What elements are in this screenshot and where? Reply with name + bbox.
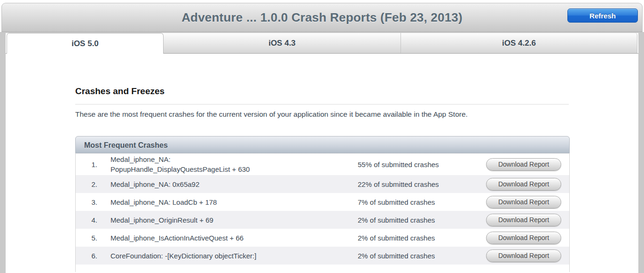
crash-name: Medal_iphone_NA: 0x65a92	[110, 179, 331, 189]
content-panel: iOS 5.0 iOS 4.3 iOS 4.2.6 Crashes and Fr…	[6, 33, 638, 273]
row-number: 3.	[76, 198, 97, 206]
crash-name: Medal_iphone_NA: PopupHandle_DisplayQues…	[110, 154, 331, 174]
crash-share: 22% of submitted crashes	[358, 180, 471, 188]
most-frequent-crashes-table: Most Frequent Crashes 1. Medal_iphone_NA…	[75, 136, 570, 272]
download-report-button[interactable]: Download Report	[486, 249, 561, 262]
download-report-button[interactable]: Download Report	[486, 158, 561, 171]
download-report-button[interactable]: Download Report	[486, 232, 561, 244]
tab-ios-4-2-6[interactable]: iOS 4.2.6	[401, 33, 637, 53]
main-content: Crashes and Freezes These are the most f…	[6, 86, 638, 272]
table-title: Most Frequent Crashes	[75, 136, 570, 153]
tab-ios-5-0[interactable]: iOS 5.0	[7, 33, 164, 54]
crash-name: Medal_iphone_NA: LoadCb + 178	[110, 197, 331, 207]
download-report-button[interactable]: Download Report	[486, 178, 561, 191]
table-row: 2. Medal_iphone_NA: 0x65a92 22% of submi…	[76, 175, 569, 193]
tab-label: iOS 4.3	[268, 39, 296, 48]
section-heading: Crashes and Freezes	[75, 86, 638, 97]
tab-label: iOS 5.0	[71, 39, 99, 48]
header-bar: Adventure ... 1.0.0 Crash Reports (Feb 2…	[1, 3, 643, 32]
refresh-button[interactable]: Refresh	[567, 8, 638, 23]
row-number: 5.	[76, 234, 97, 242]
download-report-button[interactable]: Download Report	[486, 196, 561, 209]
row-number: 2.	[76, 180, 97, 188]
table-row: 3. Medal_iphone_NA: LoadCb + 178 7% of s…	[76, 193, 569, 211]
row-action: Download Report	[486, 178, 561, 191]
table-rows: 1. Medal_iphone_NA: PopupHandle_DisplayQ…	[75, 153, 570, 272]
crash-name: CoreFoundation: -[KeyDictionary objectTi…	[110, 251, 331, 261]
download-report-button[interactable]: Download Report	[486, 214, 561, 226]
table-row: 5. Medal_iphone_IsActionInActiveQuest + …	[76, 229, 569, 247]
section-description: These are the most frequent crashes for …	[75, 110, 573, 119]
crash-share: 7% of submitted crashes	[358, 198, 471, 206]
section-divider	[75, 104, 569, 104]
os-version-tabbar: iOS 5.0 iOS 4.3 iOS 4.2.6	[6, 33, 638, 54]
row-action: Download Report	[486, 249, 561, 262]
row-action: Download Report	[486, 158, 561, 171]
crash-share: 55% of submitted crashes	[358, 161, 471, 169]
crash-reports-page: Adventure ... 1.0.0 Crash Reports (Feb 2…	[0, 0, 644, 273]
crash-share: 2% of submitted crashes	[358, 252, 471, 260]
tab-label: iOS 4.2.6	[502, 39, 536, 48]
crash-name: Medal_iphone_OriginResult + 69	[110, 215, 331, 225]
table-row: 6. CoreFoundation: -[KeyDictionary objec…	[76, 247, 569, 265]
table-row: 1. Medal_iphone_NA: PopupHandle_DisplayQ…	[76, 153, 569, 175]
crash-share: 2% of submitted crashes	[358, 216, 471, 224]
page-title: Adventure ... 1.0.0 Crash Reports (Feb 2…	[2, 10, 642, 25]
row-action: Download Report	[486, 214, 561, 226]
row-number: 6.	[76, 252, 97, 260]
tab-ios-4-3[interactable]: iOS 4.3	[164, 33, 401, 53]
row-number: 1.	[76, 161, 97, 169]
table-row: 4. Medal_iphone_OriginResult + 69 2% of …	[76, 211, 569, 229]
crash-share: 2% of submitted crashes	[358, 234, 471, 242]
row-action: Download Report	[486, 232, 561, 244]
row-number: 4.	[76, 216, 97, 224]
crash-name: Medal_iphone_IsActionInActiveQuest + 66	[110, 233, 331, 243]
row-action: Download Report	[486, 196, 561, 209]
